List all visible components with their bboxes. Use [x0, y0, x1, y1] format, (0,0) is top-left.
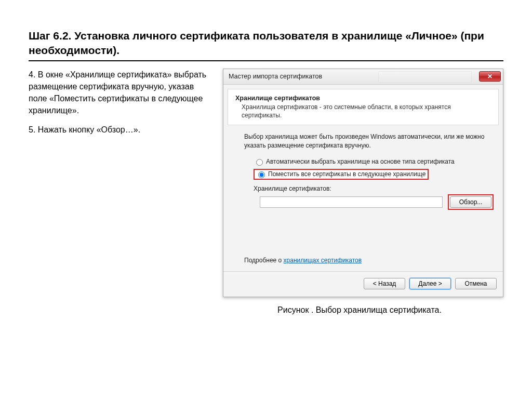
- dialog-footer: < Назад Далее > Отмена: [223, 271, 503, 297]
- dialog-header-title: Хранилище сертификатов: [235, 95, 491, 102]
- store-path-input[interactable]: [260, 196, 443, 208]
- page-title: Шаг 6.2. Установка личного сертификата п…: [29, 29, 503, 61]
- store-field-row: Обзор...: [260, 194, 494, 210]
- highlight-manual-radio: Поместить все сертификаты в следующее хр…: [254, 169, 429, 180]
- cancel-button[interactable]: Отмена: [455, 278, 497, 289]
- radio-auto-label: Автоматически выбрать хранилище на основ…: [266, 158, 455, 165]
- background-window-hint: [378, 71, 472, 83]
- store-choice-radios: Автоматически выбрать хранилище на основ…: [254, 157, 494, 180]
- close-icon: ✕: [487, 73, 493, 80]
- highlight-browse-button: Обзор...: [448, 194, 494, 210]
- next-button[interactable]: Далее >: [409, 278, 451, 289]
- instruction-step-5: 5. Нажать кнопку «Обзор…».: [29, 124, 214, 136]
- dialog-body: Хранилище сертификатов Хранилища сертифи…: [223, 85, 503, 271]
- store-field-label: Хранилище сертификатов:: [254, 185, 494, 192]
- learn-more-link[interactable]: хранилищах сертификатов: [284, 257, 362, 264]
- cert-import-wizard-dialog: Мастер импорта сертификатов ✕ Хранилище …: [223, 69, 503, 297]
- radio-manual-label: Поместить все сертификаты в следующее хр…: [268, 170, 425, 178]
- learn-more-prefix: Подробнее о: [244, 257, 284, 264]
- content-columns: 4. В окне «Хранилище сертификата» выбрат…: [29, 69, 503, 297]
- radio-auto-input[interactable]: [256, 159, 263, 166]
- radio-auto-store[interactable]: Автоматически выбрать хранилище на основ…: [254, 157, 494, 166]
- dialog-titlebar: Мастер импорта сертификатов ✕: [223, 69, 503, 85]
- learn-more-row: Подробнее о хранилищах сертификатов: [244, 257, 494, 264]
- dialog-title-text: Мастер импорта сертификатов: [229, 73, 322, 80]
- radio-manual-store[interactable]: Поместить все сертификаты в следующее хр…: [256, 170, 425, 178]
- radio-manual-input[interactable]: [258, 171, 265, 178]
- figure-caption: Рисунок . Выбор хранилища сертификата.: [216, 305, 503, 315]
- dialog-header-desc: Хранилища сертификатов - это системные о…: [242, 103, 491, 119]
- instruction-step-4: 4. В окне «Хранилище сертификата» выбрат…: [29, 69, 214, 117]
- back-button[interactable]: < Назад: [364, 278, 405, 289]
- dialog-header-panel: Хранилище сертификатов Хранилища сертифи…: [228, 89, 499, 125]
- dialog-intro-text: Выбор хранилища может быть произведен Wi…: [244, 132, 489, 150]
- instructions-panel: 4. В окне «Хранилище сертификата» выбрат…: [29, 69, 214, 143]
- screenshot-area: Мастер импорта сертификатов ✕ Хранилище …: [223, 69, 503, 297]
- close-button[interactable]: ✕: [479, 71, 501, 82]
- browse-button[interactable]: Обзор...: [450, 196, 491, 208]
